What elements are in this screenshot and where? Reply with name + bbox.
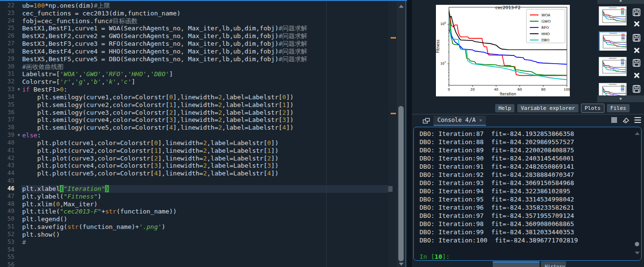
line-number[interactable]: 55 bbox=[0, 254, 15, 261]
code-text[interactable]: plt.semilogy(curve4,color=Colorstr[3],li… bbox=[22, 116, 294, 124]
fold-arrow-icon[interactable]: ▼ bbox=[15, 132, 22, 139]
options-menu-icon[interactable] bbox=[634, 117, 641, 123]
code-line[interactable]: 38 plt.semilogy(curve5,color=Colorstr[4]… bbox=[0, 124, 407, 132]
code-text[interactable]: cec_functions = cec2013(dim,function_nam… bbox=[22, 10, 181, 17]
tab-help[interactable]: Help bbox=[495, 104, 515, 112]
close-plot-icon[interactable] bbox=[633, 47, 640, 53]
line-number[interactable]: 31 bbox=[0, 70, 15, 78]
code-line[interactable]: 51plt.savefig(str(function_name)+'.png') bbox=[0, 223, 407, 231]
code-text[interactable]: plt.semilogy(curve5,color=Colorstr[4],li… bbox=[22, 124, 294, 132]
code-text[interactable]: plt.plot(curve3,color=Colorstr[2],linewi… bbox=[22, 155, 278, 162]
close-icon[interactable]: × bbox=[479, 115, 482, 125]
code-line[interactable]: 44 plt.plot(curve5,color=Colorstr[4],lin… bbox=[0, 170, 407, 177]
scroll-up-arrow-icon[interactable] bbox=[635, 132, 640, 135]
plot-thumbnail[interactable] bbox=[599, 6, 627, 26]
thumbnails-scroll-up-bar[interactable]: ▲ bbox=[597, 0, 644, 4]
line-number[interactable]: 51 bbox=[0, 223, 15, 231]
code-text[interactable]: plt.semilogy(curve1,color=Colorstr[0],li… bbox=[22, 93, 294, 101]
code-line[interactable]: 36 plt.semilogy(curve3,color=Colorstr[2]… bbox=[0, 109, 407, 117]
code-text[interactable]: BestX5,BestF5,curve5 = DBO(SearchAgents_… bbox=[22, 55, 307, 63]
bottom-tab-history[interactable]: History bbox=[541, 261, 566, 267]
code-text[interactable]: plt.xlim(0,Max_iter) bbox=[22, 200, 98, 208]
code-text[interactable]: ub=100*np.ones(dim)#上限 bbox=[22, 2, 110, 10]
thumbnails-scroll-down-bar[interactable]: ▼ bbox=[597, 95, 644, 102]
line-number[interactable]: 34 bbox=[0, 93, 15, 101]
line-number[interactable]: 41 bbox=[0, 147, 15, 155]
line-number[interactable]: 49 bbox=[0, 208, 15, 215]
save-plot-icon[interactable] bbox=[632, 85, 641, 93]
code-line[interactable]: 54 bbox=[0, 246, 407, 254]
browse-tabs-icon[interactable] bbox=[422, 118, 430, 124]
line-number[interactable]: 50 bbox=[0, 215, 15, 223]
code-text[interactable]: fobj=cec_functions.func#目标函数 bbox=[22, 17, 138, 25]
line-number[interactable]: 46 bbox=[0, 185, 15, 193]
line-number[interactable]: 36 bbox=[0, 109, 15, 117]
save-plot-icon[interactable] bbox=[632, 59, 641, 67]
code-line[interactable]: 27BestX3,BestF3,curve3 = RFO(SearchAgent… bbox=[0, 40, 407, 48]
code-text[interactable]: BestX3,BestF3,curve3 = RFO(SearchAgents_… bbox=[22, 40, 307, 48]
tab-variable-explorer[interactable]: Variable explorer bbox=[517, 104, 578, 112]
code-text[interactable]: plt.semilogy(curve3,color=Colorstr[2],li… bbox=[22, 109, 294, 117]
line-number[interactable]: 56 bbox=[0, 261, 15, 267]
code-text[interactable]: # bbox=[22, 239, 26, 246]
code-line[interactable]: 37 plt.semilogy(curve4,color=Colorstr[3]… bbox=[0, 116, 407, 124]
line-number[interactable]: 42 bbox=[0, 155, 15, 162]
code-line[interactable]: 50plt.legend() bbox=[0, 215, 407, 223]
code-line[interactable]: 26BestX2,BestF2,curve2 = GWO(SearchAgent… bbox=[0, 32, 407, 40]
console-scrollbar-thumb[interactable] bbox=[635, 242, 639, 246]
console-scrollbar[interactable] bbox=[634, 127, 640, 260]
code-line[interactable]: 35 plt.semilogy(curve2,color=Colorstr[1]… bbox=[0, 101, 407, 109]
code-line[interactable]: 46plt.xlabel("Iteration") bbox=[0, 185, 407, 193]
line-number[interactable]: 48 bbox=[0, 200, 15, 208]
code-line[interactable]: 30#画收敛曲线图 bbox=[0, 63, 407, 71]
code-text[interactable]: plt.plot(curve2,color=Colorstr[1],linewi… bbox=[22, 147, 278, 155]
editor-scrollbar[interactable] bbox=[397, 1, 406, 267]
code-text[interactable]: plt.semilogy(curve2,color=Colorstr[1],li… bbox=[22, 101, 294, 109]
line-number[interactable]: 23 bbox=[0, 10, 15, 17]
code-text[interactable]: plt.savefig(str(function_name)+'.png') bbox=[22, 223, 165, 231]
fold-arrow-icon[interactable]: ▼ bbox=[15, 86, 22, 93]
line-number[interactable]: 40 bbox=[0, 139, 15, 147]
line-number[interactable]: 44 bbox=[0, 170, 15, 177]
bottom-tab-selected[interactable] bbox=[493, 261, 539, 267]
scroll-up-arrow-icon[interactable] bbox=[399, 5, 404, 8]
plot-thumbnail-selected[interactable] bbox=[599, 31, 627, 51]
code-line[interactable]: 45 bbox=[0, 177, 407, 185]
code-line[interactable]: 41 plt.plot(curve2,color=Colorstr[1],lin… bbox=[0, 147, 407, 155]
scroll-down-arrow-icon[interactable] bbox=[399, 263, 404, 266]
line-number[interactable]: 54 bbox=[0, 246, 15, 254]
line-number[interactable]: 53 bbox=[0, 239, 15, 246]
code-line[interactable]: 42 plt.plot(curve3,color=Colorstr[2],lin… bbox=[0, 155, 407, 162]
close-plot-icon[interactable] bbox=[633, 20, 640, 27]
code-text[interactable]: if BestF1>0: bbox=[22, 86, 67, 93]
line-number[interactable]: 24 bbox=[0, 17, 15, 25]
code-line[interactable]: 33▼if BestF1>0: bbox=[0, 86, 407, 93]
line-number[interactable]: 32 bbox=[0, 78, 15, 86]
line-number[interactable]: 45 bbox=[0, 177, 15, 185]
plot-thumbnail[interactable] bbox=[599, 57, 627, 76]
code-line[interactable]: 43 plt.plot(curve4,color=Colorstr[3],lin… bbox=[0, 162, 407, 170]
code-text[interactable]: plt.plot(curve1,color=Colorstr[0],linewi… bbox=[22, 139, 278, 147]
scroll-down-arrow-icon[interactable] bbox=[635, 252, 640, 254]
code-line[interactable]: 52plt.show() bbox=[0, 231, 407, 239]
tab-plots[interactable]: Plots bbox=[581, 104, 604, 112]
line-number[interactable]: 52 bbox=[0, 231, 15, 239]
line-number[interactable]: 22 bbox=[0, 2, 15, 10]
line-number[interactable]: 30 bbox=[0, 63, 15, 71]
code-text[interactable]: BestX4,BestF4,curve4 = HHO(SearchAgents_… bbox=[22, 48, 307, 55]
code-line[interactable]: 24fobj=cec_functions.func#目标函数 bbox=[0, 17, 407, 25]
line-number[interactable]: 28 bbox=[0, 48, 15, 55]
line-number[interactable]: 38 bbox=[0, 124, 15, 132]
console-output-area[interactable]: DBO: Iteration:87 fit=-824.1932853866358… bbox=[413, 127, 642, 261]
tab-files[interactable]: Files bbox=[607, 104, 630, 112]
editor-scrollbar-thumb[interactable] bbox=[398, 106, 404, 261]
code-text[interactable]: BestX2,BestF2,curve2 = GWO(SearchAgents_… bbox=[22, 32, 307, 40]
eraser-icon[interactable] bbox=[622, 117, 630, 123]
console-prompt[interactable]: In [10]: bbox=[420, 253, 578, 261]
code-line[interactable]: 53# bbox=[0, 239, 407, 246]
save-plot-icon[interactable] bbox=[632, 34, 641, 42]
code-text[interactable]: BestX1,BestF1,curve1 = WOA(SearchAgents_… bbox=[22, 25, 307, 32]
code-line[interactable]: 49plt.title("cec2013-F"+str(function_nam… bbox=[0, 208, 407, 215]
line-number[interactable]: 25 bbox=[0, 25, 15, 32]
code-text[interactable]: plt.show() bbox=[22, 231, 60, 239]
